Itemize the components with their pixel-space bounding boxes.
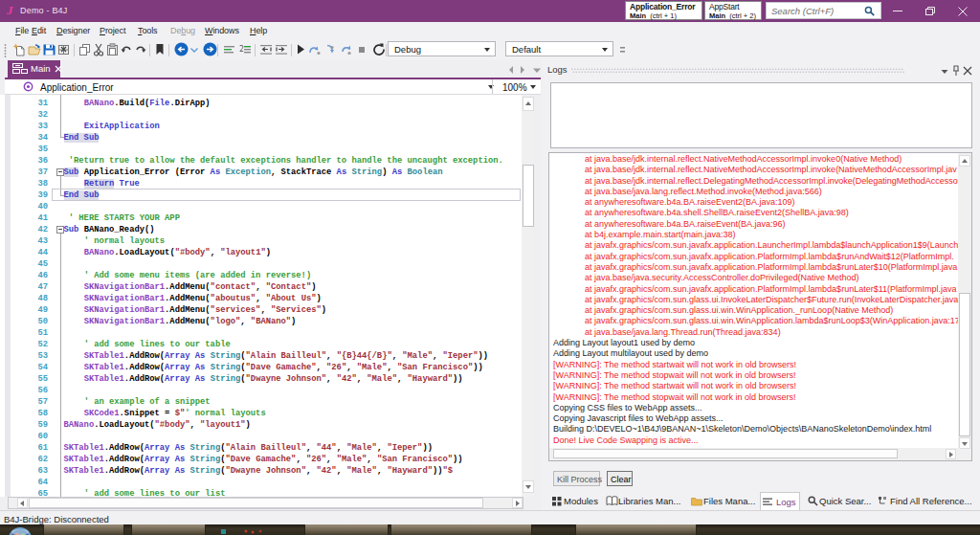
svg-text:2: 2 <box>239 45 244 54</box>
